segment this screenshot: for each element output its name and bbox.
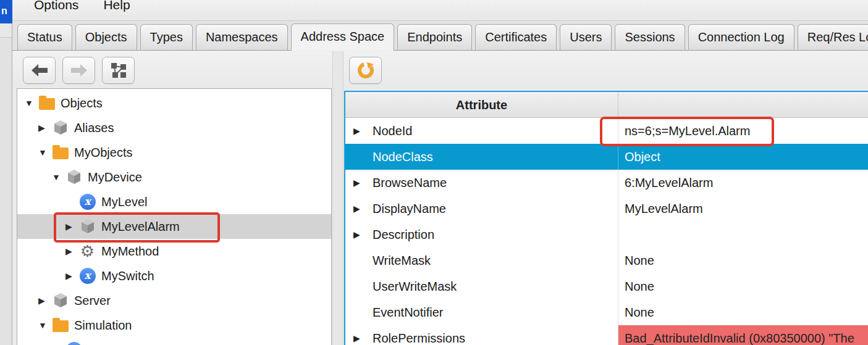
address-space-view: x ⚙ Objects: [12, 51, 868, 345]
tab-label: Status: [27, 30, 62, 44]
table-row[interactable]: RolePermissions Bad_AttributeIdInvalid (…: [345, 325, 868, 345]
attribute-name-cell: EventNotifier: [345, 299, 618, 325]
attribute-name: EventNotifier: [373, 306, 444, 320]
app-window: Options Help Status Objects Types Namesp…: [12, 0, 868, 345]
tab[interactable]: Status: [17, 24, 72, 50]
row-expander-icon[interactable]: [353, 178, 373, 188]
object-cube-icon: [79, 218, 96, 235]
table-row[interactable]: DisplayName MyLevelAlarm: [345, 196, 868, 222]
attribute-value: MyLevelAlarm: [625, 202, 703, 216]
tree-expander-icon[interactable]: [38, 148, 52, 157]
table-row[interactable]: NodeId ns=6;s=MyLevel.Alarm: [345, 118, 868, 144]
value-column-header[interactable]: [618, 92, 868, 117]
table-row[interactable]: WriteMask None: [345, 247, 868, 273]
row-expander-icon[interactable]: [353, 333, 373, 343]
tree-expander-icon[interactable]: [65, 246, 79, 256]
tree-item[interactable]: x ⚙ MyDevice: [17, 165, 331, 189]
tab-label: Users: [570, 30, 602, 44]
tab[interactable]: Certificates: [475, 24, 557, 50]
tree-item-label: MyMethod: [101, 244, 159, 259]
tree-item[interactable]: x ⚙ MySwitch: [17, 264, 331, 288]
attribute-table-header: Attribute: [345, 92, 868, 118]
attribute-table: Attribute NodeId ns=6;s=MyLevel.Alarm: [344, 91, 868, 345]
attribute-name: BrowseName: [373, 176, 447, 190]
tab[interactable]: Connection Log: [688, 24, 794, 50]
tab[interactable]: Req/Res Log: [798, 24, 868, 50]
row-expander-icon[interactable]: [353, 126, 373, 136]
forward-button[interactable]: [62, 57, 95, 84]
background-window-strip: [0, 0, 12, 345]
back-button[interactable]: [23, 57, 56, 84]
tree-item[interactable]: x ⚙ MyObjects: [17, 140, 331, 165]
tab-label: Endpoints: [407, 30, 462, 44]
refresh-button[interactable]: [349, 57, 382, 84]
attribute-table-body: NodeId ns=6;s=MyLevel.Alarm NodeClass: [345, 118, 868, 345]
tree-item-label: MySwitch: [101, 269, 154, 283]
tree-item[interactable]: x ⚙ MyLevel: [17, 189, 331, 214]
attribute-value-cell: Object: [618, 144, 868, 170]
tab[interactable]: Types: [140, 24, 193, 50]
attribute-value: None: [625, 306, 654, 320]
back-arrow-icon: [32, 64, 48, 77]
background-app-icon: n: [0, 0, 12, 23]
table-row[interactable]: EventNotifier None: [345, 299, 868, 325]
table-row[interactable]: NodeClass Object: [345, 144, 868, 170]
tree-item-label: Simulation: [74, 318, 132, 333]
attribute-name-cell: DisplayName: [345, 196, 618, 222]
attribute-name: NodeId: [373, 124, 413, 138]
tree-item[interactable]: x ⚙ Server: [17, 288, 331, 313]
row-expander-icon[interactable]: [353, 230, 373, 239]
tab[interactable]: Users: [560, 24, 612, 50]
tree-item[interactable]: x ⚙ Simulation: [17, 313, 331, 338]
table-row[interactable]: BrowseName 6:MyLevelAlarm: [345, 170, 868, 196]
tree-expander-icon[interactable]: [65, 271, 79, 281]
tree-expander-icon[interactable]: [38, 123, 52, 133]
tree-item-label: Server: [74, 294, 111, 308]
tab[interactable]: Objects: [75, 24, 137, 50]
attribute-value: Object: [625, 150, 660, 164]
tree-item-label: MyDevice: [88, 170, 142, 185]
tab[interactable]: Namespaces: [196, 24, 288, 50]
tab[interactable]: Address Space: [291, 23, 395, 51]
object-cube-icon: [65, 169, 82, 185]
folder-icon: [52, 317, 69, 333]
row-expander-icon[interactable]: [353, 204, 373, 214]
attribute-value: 6:MyLevelAlarm: [625, 176, 713, 190]
tree-item[interactable]: x ⚙ MyMethod: [17, 239, 331, 264]
forward-arrow-icon: [71, 64, 87, 77]
attribute-value-cell: None: [618, 299, 868, 325]
folder-icon: [38, 95, 55, 111]
menu-options[interactable]: Options: [34, 0, 78, 13]
attribute-value-cell: MyLevelAlarm: [618, 196, 868, 222]
background-app-letter: n: [1, 6, 7, 16]
table-row[interactable]: UserWriteMask None: [345, 273, 868, 299]
tree-item[interactable]: x ⚙ Objects: [17, 91, 331, 115]
tree-item[interactable]: x ⚙: [17, 338, 331, 345]
tree-item-label: MyObjects: [74, 146, 132, 160]
tree-item-label: MyLevel: [101, 195, 147, 209]
variable-tag-icon: x: [79, 194, 96, 210]
tab-label: Connection Log: [698, 30, 785, 44]
tree-expander-icon[interactable]: [38, 296, 52, 306]
tree-item-label: Aliases: [74, 121, 114, 135]
tree-expander-icon[interactable]: [25, 98, 38, 108]
attribute-value-cell: [618, 222, 868, 247]
attribute-column-header[interactable]: Attribute: [345, 92, 618, 117]
references-graph-button[interactable]: [102, 57, 135, 84]
attribute-value: Bad_AttributeIdInvalid (0x80350000) "The: [625, 331, 854, 345]
tree-item[interactable]: x ⚙ Aliases: [17, 115, 331, 140]
table-row[interactable]: Description: [345, 222, 868, 247]
tree-expander-icon[interactable]: [38, 320, 52, 330]
attribute-value: ns=6;s=MyLevel.Alarm: [625, 124, 750, 138]
tree-item-label: MyLevelAlarm: [101, 220, 180, 234]
attribute-name: Description: [373, 228, 434, 242]
panel-splitter[interactable]: [332, 51, 343, 345]
tree-expander-icon[interactable]: [65, 222, 79, 231]
folder-icon: [52, 144, 69, 160]
tree-expander-icon[interactable]: [52, 172, 65, 182]
tab[interactable]: Endpoints: [397, 24, 472, 50]
tab[interactable]: Sessions: [615, 24, 685, 50]
tree-item[interactable]: x ⚙ MyLevelAlarm: [17, 214, 331, 239]
menu-help[interactable]: Help: [103, 0, 130, 13]
method-gear-icon: ⚙: [79, 243, 96, 259]
